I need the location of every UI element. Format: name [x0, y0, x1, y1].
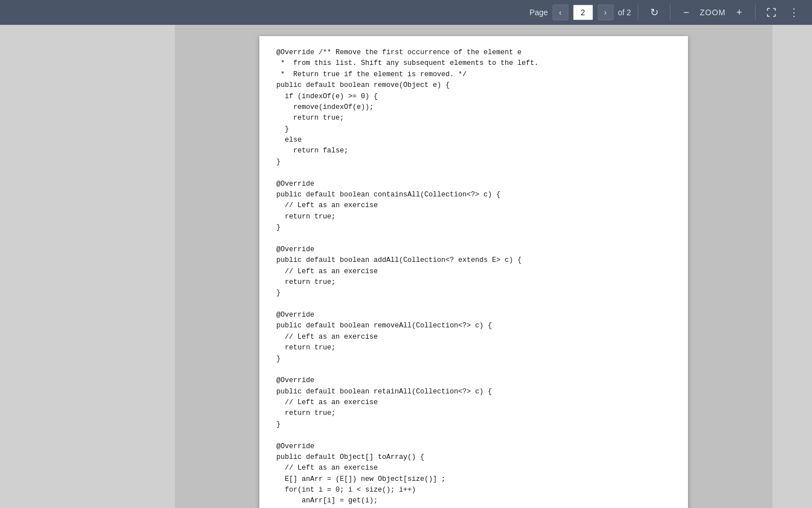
rotate-button[interactable]: ↻ [645, 3, 663, 21]
pdf-page-container[interactable]: @Override /** Remove the first occurrenc… [175, 25, 773, 508]
total-pages-label: of 2 [618, 8, 631, 17]
left-sidebar [0, 25, 175, 508]
divider-3 [755, 5, 756, 20]
right-sidebar [773, 25, 812, 508]
main-content: @Override /** Remove the first occurrenc… [0, 25, 812, 508]
page-number-input[interactable] [573, 5, 593, 20]
toolbar: Page ‹ › of 2 ↻ − ZOOM + ⋮ [0, 0, 812, 25]
divider-1 [638, 5, 638, 20]
fullscreen-button[interactable] [762, 3, 780, 21]
zoom-out-button[interactable]: − [677, 3, 695, 21]
next-page-button[interactable]: › [598, 5, 614, 20]
more-options-button[interactable]: ⋮ [785, 3, 803, 21]
page-label: Page [529, 8, 548, 17]
zoom-in-button[interactable]: + [730, 3, 748, 21]
pdf-page: @Override /** Remove the first occurrenc… [259, 36, 688, 508]
prev-page-button[interactable]: ‹ [553, 5, 568, 20]
zoom-label: ZOOM [700, 8, 726, 17]
divider-2 [670, 5, 670, 20]
code-content: @Override /** Remove the first occurrenc… [276, 47, 671, 508]
